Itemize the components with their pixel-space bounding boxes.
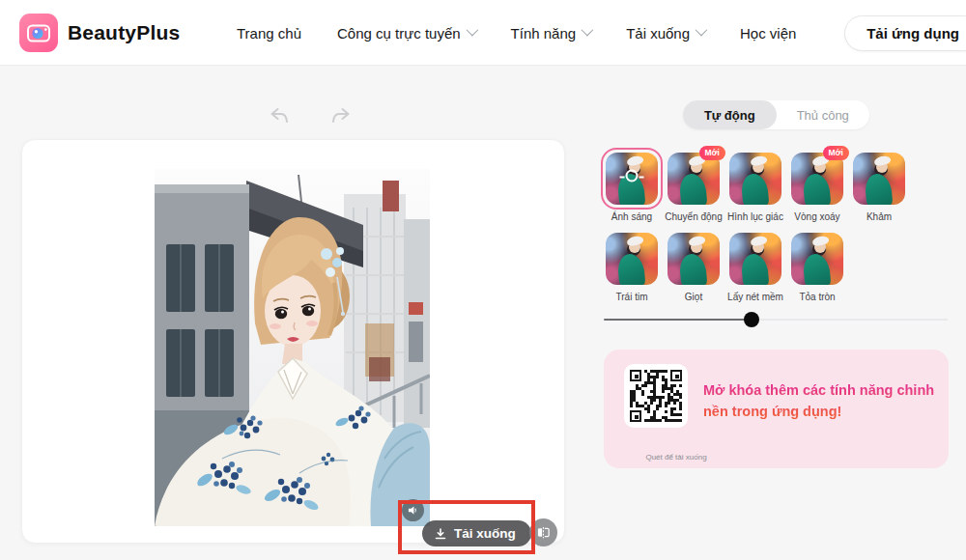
undo-icon[interactable] [267, 104, 292, 129]
download-app-button[interactable]: Tải ứng dụng [844, 15, 966, 51]
effect-label: Ánh sáng [611, 211, 652, 222]
effect-item-0[interactable]: Ánh sáng [606, 153, 658, 222]
qr-card: Quét để tải xuống [624, 364, 688, 428]
intensity-slider[interactable] [604, 311, 948, 328]
effect-label: Lấy nét mềm [727, 292, 783, 302]
effect-label: Trái tim [616, 292, 648, 302]
effect-label: Chuyển động [665, 211, 723, 222]
effects-grid: Ánh sáng Mới Chuyển động Hình lục giác [606, 153, 924, 302]
effect-item-5[interactable]: Trái tim [606, 233, 658, 302]
nav-item-4[interactable]: Học viện [740, 25, 796, 42]
new-badge: Mới [823, 146, 850, 160]
chevron-down-icon [696, 23, 708, 36]
focus-ring-icon [626, 170, 639, 182]
new-badge: Mới [699, 146, 726, 160]
chevron-down-icon [466, 23, 478, 36]
compare-icon [536, 525, 551, 540]
beautyplus-logo-icon [19, 14, 58, 52]
qr-code [630, 370, 682, 422]
main-nav: Trang chủ Công cụ trực tuyến Tính năng T… [237, 0, 796, 66]
beautyplus-app: BeautyPlus Trang chủ Công cụ trực tuyến … [0, 0, 966, 560]
slider-thumb[interactable] [744, 312, 759, 327]
effect-thumbnail [853, 153, 905, 205]
compare-button[interactable] [529, 518, 557, 546]
download-icon [434, 527, 447, 541]
effect-thumbnail [606, 233, 658, 285]
promo-headline: Mở khóa thêm các tính năng chỉnh nền tro… [703, 379, 943, 423]
effect-label: Giọt [685, 292, 702, 302]
effect-thumbnail [729, 233, 781, 285]
effect-item-2[interactable]: Hình lục giác [729, 153, 781, 222]
nav-item-1[interactable]: Công cụ trực tuyến [337, 25, 475, 42]
effect-thumbnail [668, 153, 720, 205]
edited-photo [155, 169, 430, 526]
nav-item-2[interactable]: Tính năng [511, 25, 591, 42]
history-controls [267, 104, 354, 129]
effect-label: Vòng xoáy [794, 211, 839, 222]
effect-item-1[interactable]: Mới Chuyển động [668, 153, 720, 222]
redo-icon[interactable] [328, 104, 354, 129]
effect-label: Tỏa tròn [799, 292, 835, 302]
brand-name: BeautyPlus [68, 21, 180, 44]
mode-toggle: Tự động Thủ công [683, 100, 869, 129]
nav-item-0[interactable]: Trang chủ [237, 25, 301, 42]
effect-item-3[interactable]: Mới Vòng xoáy [791, 153, 843, 222]
navbar: BeautyPlus Trang chủ Công cụ trực tuyến … [0, 0, 966, 66]
effect-item-6[interactable]: Giọt [668, 233, 720, 302]
effect-label: Khảm [867, 211, 892, 222]
app-promo-banner: Quét để tải xuống Mở khóa thêm các tính … [604, 350, 949, 468]
tab-manual[interactable]: Thủ công [777, 100, 870, 129]
effect-thumbnail [791, 233, 843, 285]
effect-thumbnail [668, 233, 720, 285]
tab-auto[interactable]: Tự động [683, 100, 777, 129]
effect-thumbnail [606, 153, 658, 205]
effect-item-4[interactable]: Khảm [853, 153, 905, 222]
effect-label: Hình lục giác [727, 211, 783, 222]
effect-thumbnail [729, 153, 781, 205]
effect-item-7[interactable]: Lấy nét mềm [729, 233, 781, 302]
brand[interactable]: BeautyPlus [19, 14, 180, 52]
effect-item-8[interactable]: Tỏa tròn [791, 233, 843, 302]
nav-item-3[interactable]: Tải xuống [626, 25, 704, 42]
qr-caption: Quét để tải xuống [620, 453, 732, 462]
download-image-button[interactable]: Tải xuống [422, 520, 531, 546]
sound-button[interactable] [402, 499, 424, 521]
slider-fill [604, 319, 752, 321]
effect-thumbnail [791, 153, 843, 205]
chevron-down-icon [582, 23, 594, 36]
